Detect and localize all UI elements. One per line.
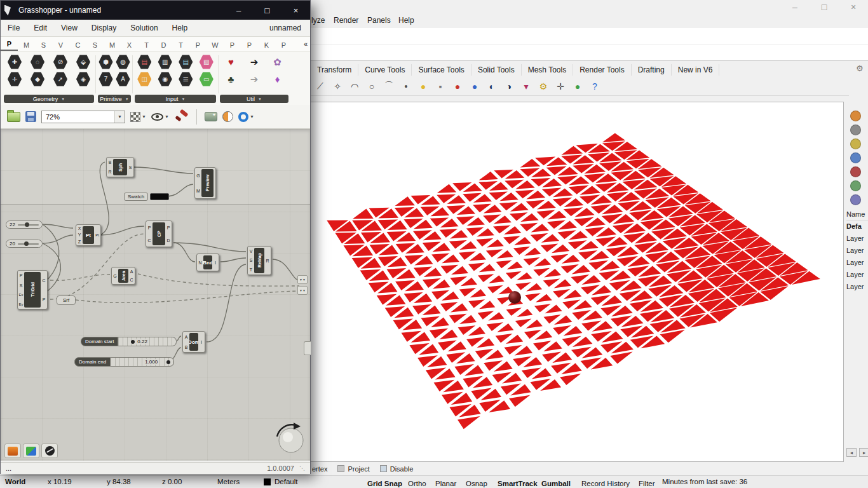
notes-panel-icon[interactable] — [850, 194, 861, 205]
text-param-icon[interactable]: A — [116, 72, 130, 86]
rhino-maximize-button[interactable]: □ — [815, 2, 834, 12]
clean-canvas-button[interactable]: ✦ — [205, 112, 217, 121]
resize-grip-icon[interactable]: ⋱ — [299, 465, 305, 471]
tab-transform[interactable]: Transform — [311, 64, 358, 76]
area-component[interactable]: G Area AC — [111, 267, 135, 285]
zoom-select[interactable]: 72% ▼ — [41, 111, 125, 123]
param-in[interactable]: P — [148, 226, 151, 230]
gh-menu-view[interactable]: View — [54, 24, 85, 32]
flask-icon[interactable]: ♦ — [270, 72, 285, 86]
param-out[interactable]: C — [42, 278, 45, 283]
crosshair-icon[interactable]: ✛ — [553, 79, 568, 94]
rhino-command-area[interactable] — [311, 28, 868, 61]
param-out[interactable]: C — [130, 278, 133, 282]
circle-param-icon[interactable]: ◌ — [31, 55, 45, 69]
rhino-close-button[interactable]: × — [844, 2, 863, 12]
rhino-minimize-button[interactable]: – — [785, 2, 804, 12]
swatch-node[interactable]: Swatch — [124, 193, 169, 201]
gh-category-tab-5[interactable]: C — [69, 41, 86, 51]
tree-icon[interactable]: ♣ — [224, 72, 238, 86]
help-panel-icon[interactable] — [850, 152, 861, 163]
param-out[interactable]: I — [215, 261, 216, 265]
slider-rail[interactable] — [18, 224, 39, 226]
param-in[interactable]: G — [196, 173, 200, 178]
status-cplane[interactable]: World — [5, 478, 25, 485]
checkbox-icon[interactable] — [380, 465, 387, 472]
gh-group-button[interactable] — [23, 444, 39, 458]
param-out[interactable]: P — [43, 297, 46, 302]
panel-scroll-left-icon[interactable]: ◂ — [846, 448, 857, 457]
slider-knob[interactable] — [25, 222, 29, 227]
grasshopper-window[interactable]: Grasshopper - unnamed – □ × File Edit Vi… — [0, 0, 311, 474]
param-in[interactable]: Ey — [18, 302, 23, 306]
help-icon[interactable]: ? — [587, 79, 602, 94]
surface-param-node[interactable]: Srf — [57, 295, 76, 305]
gh-menu-edit[interactable]: Edit — [27, 24, 54, 32]
container-icon[interactable]: ▥ — [158, 55, 172, 69]
domain-slider-track[interactable]: 0.22 — [118, 337, 177, 346]
properties-panel-icon[interactable] — [850, 111, 861, 121]
libraries-panel-icon[interactable] — [850, 180, 861, 191]
status-toggle-gumball[interactable]: Gumball — [541, 480, 571, 487]
layer-row[interactable]: Defa — [846, 220, 868, 233]
param-in[interactable]: G — [113, 274, 116, 278]
palette-group-label[interactable]: Input▼ — [135, 95, 216, 103]
chevron-down-icon[interactable]: ▼ — [114, 111, 125, 123]
status-current-layer[interactable]: Default — [275, 478, 297, 485]
gh-minimize-button[interactable]: – — [224, 1, 253, 20]
param-in[interactable]: P — [20, 273, 23, 278]
param-out[interactable]: P — [167, 226, 170, 230]
status-toggle-osnap[interactable]: Osnap — [466, 480, 487, 487]
gh-category-tab-15[interactable]: P — [241, 41, 258, 51]
tab-new-in-v6[interactable]: New in V6 — [672, 64, 720, 76]
canvas-side-tab[interactable] — [304, 341, 311, 355]
remap-component[interactable]: VST ReMap R — [247, 246, 271, 275]
gradient-icon[interactable]: ▧ — [199, 55, 214, 69]
slider-knob[interactable] — [166, 360, 170, 364]
param-in[interactable]: X — [78, 226, 81, 231]
param-in[interactable]: Z — [78, 240, 81, 244]
domain-slider-track[interactable]: 1.000 — [111, 357, 174, 367]
point-param-icon[interactable]: ✚ — [8, 55, 22, 69]
tab-scroll-icon[interactable]: « — [304, 40, 308, 48]
tab-mesh-tools[interactable]: Mesh Tools — [522, 64, 573, 76]
plane-param-icon[interactable]: ✛ — [8, 72, 22, 86]
gh-category-tab-6[interactable]: S — [86, 41, 104, 51]
param-in[interactable]: S — [20, 283, 23, 288]
globe-icon[interactable]: ● — [570, 79, 585, 94]
slider-knob[interactable] — [131, 340, 135, 344]
preview-component[interactable]: GM Preview — [194, 167, 216, 199]
param-in[interactable]: Y — [78, 233, 81, 237]
param-in[interactable]: C — [147, 238, 151, 243]
gear-icon[interactable]: ⚙ — [856, 64, 864, 73]
curve-icon[interactable]: ◠ — [347, 79, 362, 94]
box-param-icon[interactable]: ◆ — [31, 72, 45, 86]
status-toggle-filter[interactable]: Filter — [639, 480, 655, 487]
canvas-grid-button[interactable]: ▼ — [130, 112, 146, 122]
trigrid-component[interactable]: PSExEy TriGrid CP — [17, 270, 48, 309]
gh-close-button[interactable]: × — [281, 1, 310, 20]
gh-menu-solution[interactable]: Solution — [123, 24, 165, 32]
annotate-icon[interactable]: ▾ — [519, 79, 534, 94]
closest-point-component[interactable]: PC CP PD — [146, 220, 172, 247]
gh-category-tab-17[interactable]: P — [275, 41, 292, 51]
men-render[interactable]: Render — [334, 16, 358, 25]
slider-knob[interactable] — [24, 241, 29, 246]
param-out[interactable]: I — [201, 340, 202, 344]
param-in[interactable]: R — [108, 170, 111, 174]
layer-row[interactable]: Layer — [846, 245, 868, 257]
knob-icon[interactable]: ◉ — [158, 72, 172, 86]
number-slider-b[interactable]: 20 — [6, 240, 43, 248]
relay-icon[interactable]: ➔ — [247, 55, 261, 69]
osnap-vertex-toggle[interactable]: ertex — [312, 465, 327, 473]
gh-category-tab-13[interactable]: W — [207, 41, 224, 51]
param-in[interactable]: T — [250, 268, 252, 272]
palette-group-label[interactable]: Util▼ — [220, 95, 288, 103]
param-in[interactable]: Ex — [18, 293, 23, 297]
lock-icon[interactable]: ▪ — [433, 79, 448, 94]
gh-category-tab-4[interactable]: V — [52, 41, 69, 51]
point-component[interactable]: XYZ Pt Pt — [76, 224, 101, 246]
lightbulb-icon[interactable]: ● — [416, 79, 431, 94]
boolean-param-icon[interactable]: ⬢ — [98, 55, 113, 69]
param-in[interactable]: V — [250, 249, 253, 254]
